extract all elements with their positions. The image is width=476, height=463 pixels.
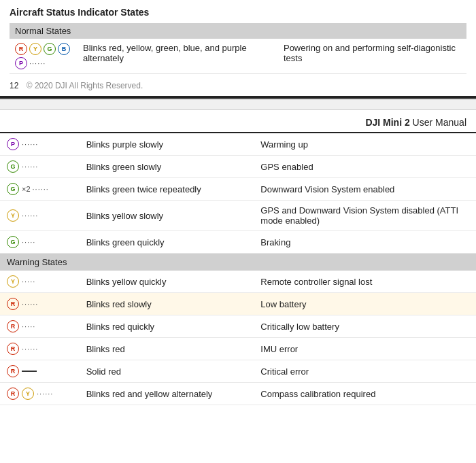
- description-cell: Blinks green quickly: [80, 231, 254, 254]
- top-description: Blinks red, yellow, green, blue, and pur…: [78, 39, 278, 74]
- status-cell: Critical error: [254, 360, 476, 383]
- icon-red: R: [7, 320, 19, 332]
- icon-green: G: [7, 183, 19, 195]
- icon-pattern: ·····: [22, 238, 35, 246]
- icon-pattern: ······: [22, 211, 38, 220]
- description-cell: Blinks yellow quickly: [80, 271, 254, 293]
- status-cell: IMU error: [254, 338, 476, 360]
- table-row: R·····Blinks red quicklyCritically low b…: [0, 315, 476, 338]
- icon-cell: P······: [0, 133, 80, 156]
- top-icons-cell: R Y G B P ······: [10, 39, 78, 74]
- icon-cell: R······: [0, 293, 80, 315]
- main-table: P······Blinks purple slowlyWarming upG··…: [0, 133, 476, 405]
- table-row: R······Blinks red slowlyLow battery: [0, 293, 476, 315]
- icon-pattern: ······: [37, 390, 53, 398]
- description-cell: Blinks red quickly: [80, 315, 254, 338]
- icon-pattern: ······: [33, 185, 49, 193]
- status-cell: Warming up: [254, 133, 476, 156]
- normal-states-header: Normal States: [10, 23, 466, 39]
- description-cell: Blinks green twice repeatedly: [80, 178, 254, 201]
- divider: [0, 98, 476, 110]
- dots-pattern: ······: [29, 59, 46, 67]
- table-row: Y······Blinks yellow slowlyGPS and Downw…: [0, 201, 476, 231]
- icon-red: R: [7, 365, 19, 377]
- icon-yellow: Y: [29, 43, 41, 55]
- icon-red: R: [7, 388, 19, 400]
- description-cell: Blinks green slowly: [80, 156, 254, 178]
- icon-pattern: ······: [22, 345, 38, 353]
- table-row: G······Blinks green slowlyGPS enabled: [0, 156, 476, 178]
- status-cell: Low battery: [254, 293, 476, 315]
- icon-pattern: ·····: [22, 277, 35, 286]
- description-cell: Blinks red: [80, 338, 254, 360]
- icon-pattern: ·····: [22, 322, 35, 330]
- icon-yellow: Y: [22, 388, 34, 400]
- page-title: Aircraft Status Indicator States: [10, 7, 466, 18]
- status-cell: Downward Vision System enabled: [254, 178, 476, 201]
- page-footer: 12 © 2020 DJI All Rights Reserved.: [0, 74, 476, 98]
- bottom-section: DJI Mini 2 User Manual P······Blinks pur…: [0, 110, 476, 405]
- table-row: G×2······Blinks green twice repeatedlyDo…: [0, 178, 476, 201]
- icon-cell: R·····: [0, 315, 80, 338]
- status-cell: Compass calibration required: [254, 383, 476, 405]
- icon-yellow: Y: [7, 209, 19, 222]
- icon-pattern: ······: [22, 300, 38, 308]
- icon-green: G: [7, 160, 19, 173]
- icon-green: G: [7, 236, 19, 248]
- description-cell: Blinks red slowly: [80, 293, 254, 315]
- manual-subtitle: User Manual: [410, 117, 466, 128]
- icon-cell: Y·····: [0, 271, 80, 293]
- icon-cell: G·····: [0, 231, 80, 254]
- icon-cell: Y······: [0, 201, 80, 231]
- copyright: © 2020 DJI All Rights Reserved.: [27, 81, 143, 90]
- icon-blue: B: [58, 43, 70, 55]
- icon-green: G: [44, 43, 56, 55]
- brand-name: DJI Mini 2: [365, 117, 409, 128]
- x2-label: ×2: [22, 185, 31, 193]
- table-row: Warning States: [0, 254, 476, 271]
- icon-cell: R: [0, 360, 80, 383]
- manual-header: DJI Mini 2 User Manual: [0, 110, 476, 133]
- icon-red: R: [7, 298, 19, 310]
- warning-states-header: Warning States: [0, 254, 476, 271]
- description-cell: Blinks purple slowly: [80, 133, 254, 156]
- icon-purple: P: [15, 57, 27, 69]
- table-row: Y·····Blinks yellow quicklyRemote contro…: [0, 271, 476, 293]
- icon-cell: R······: [0, 338, 80, 360]
- status-cell: GPS and Downward Vision System disabled …: [254, 201, 476, 231]
- status-cell: Remote controller signal lost: [254, 271, 476, 293]
- icon-red: R: [7, 343, 19, 355]
- status-cell: GPS enabled: [254, 156, 476, 178]
- icon-pattern: ······: [22, 140, 38, 148]
- table-row: RSolid redCritical error: [0, 360, 476, 383]
- icon-cell: G×2······: [0, 178, 80, 201]
- table-row: RY······Blinks red and yellow alternatel…: [0, 383, 476, 405]
- icon-yellow: Y: [7, 275, 19, 288]
- icon-purple: P: [7, 138, 19, 150]
- icon-pattern: ······: [22, 162, 38, 171]
- top-section: Aircraft Status Indicator States Normal …: [0, 0, 476, 74]
- top-table: R Y G B P ······ Blinks red, yellow, gre…: [10, 39, 466, 74]
- description-cell: Blinks yellow slowly: [80, 201, 254, 231]
- status-cell: Braking: [254, 231, 476, 254]
- top-table-row: R Y G B P ······ Blinks red, yellow, gre…: [10, 39, 466, 74]
- icon-cell: G······: [0, 156, 80, 178]
- table-row: P······Blinks purple slowlyWarming up: [0, 133, 476, 156]
- status-cell: Critically low battery: [254, 315, 476, 338]
- description-cell: Blinks red and yellow alternately: [80, 383, 254, 405]
- page-number: 12: [10, 81, 18, 90]
- description-cell: Solid red: [80, 360, 254, 383]
- dash-icon: [22, 371, 37, 372]
- table-row: R······Blinks redIMU error: [0, 338, 476, 360]
- icon-cell: RY······: [0, 383, 80, 405]
- icon-red: R: [15, 43, 27, 55]
- table-row: G·····Blinks green quicklyBraking: [0, 231, 476, 254]
- top-status: Powering on and performing self-diagonis…: [278, 39, 466, 74]
